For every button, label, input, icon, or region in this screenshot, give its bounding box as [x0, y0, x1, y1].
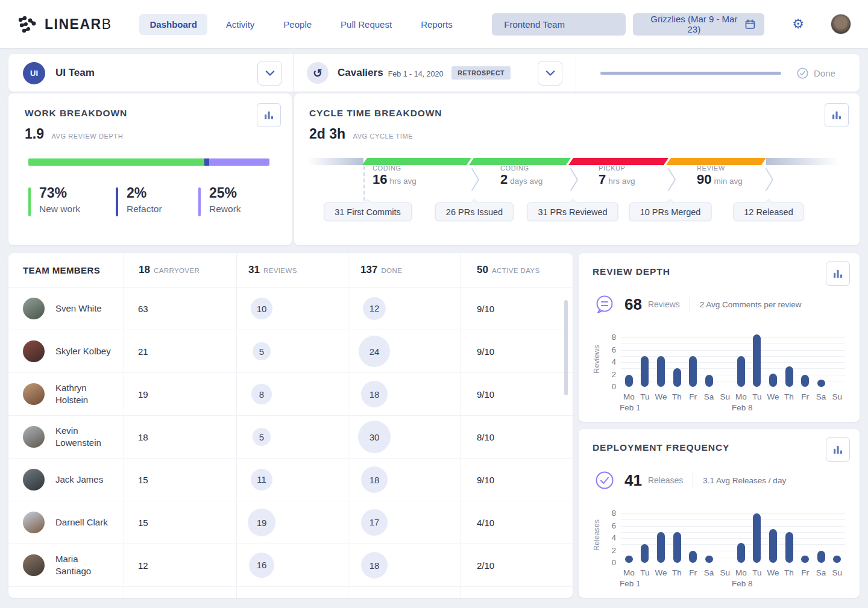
work-breakdown-chart-button[interactable]	[257, 103, 281, 127]
reviews-cell: 10	[251, 298, 272, 319]
carryover-cell: 18	[138, 416, 148, 458]
member-name: Kevin Lowenstein	[55, 425, 116, 450]
team-member-row[interactable]: Skyler Kolbey215249/10	[8, 330, 573, 373]
reviews-total: 31	[248, 264, 260, 275]
chart-bar	[801, 375, 809, 387]
work-legend-item: 25%Rework	[198, 185, 241, 216]
milestone-button[interactable]: 31 PRs Reviewed	[527, 202, 618, 221]
legend-percent: 73%	[39, 185, 80, 201]
gridline	[621, 356, 845, 357]
milestone-button[interactable]: 31 First Commits	[324, 202, 412, 221]
chart-bar	[833, 556, 841, 563]
member-avatar	[23, 554, 45, 576]
team-member-row[interactable]: Maria Santiago1216182/10	[8, 544, 573, 587]
chart-bar	[657, 532, 665, 563]
done-total: 137	[360, 264, 377, 275]
milestone-button[interactable]: 10 PRs Merged	[629, 202, 712, 221]
review-depth-chart-button[interactable]	[826, 262, 850, 286]
phase-label: CODING	[373, 165, 417, 172]
bar-chart-icon	[832, 445, 843, 454]
comment-bubble-icon	[594, 294, 615, 315]
x-tick-label: Fr	[797, 392, 813, 401]
settings-gear-icon[interactable]: ⚙	[792, 17, 804, 31]
team-member-row[interactable]: Kathryn Holstein198189/10	[8, 373, 573, 416]
logo[interactable]: LINEARB	[17, 14, 112, 34]
nav-tab-dashboard[interactable]: Dashboard	[139, 14, 207, 35]
carryover-header: CARRYOVER	[154, 267, 200, 274]
done-header: DONE	[381, 267, 402, 274]
team-member-row[interactable]: Jack James1511189/10	[8, 459, 573, 501]
gridline	[621, 362, 845, 363]
active-days-cell: 9/10	[477, 459, 494, 501]
team-expand-button[interactable]	[257, 61, 282, 86]
reviews-cell: 5	[253, 342, 271, 360]
carryover-cell: 15	[138, 501, 148, 544]
cycle-time-chart-button[interactable]	[825, 103, 849, 127]
y-tick-label: 4	[603, 533, 616, 542]
header-right: Frontend Team Grizzlies (Mar 9 - Mar 23)…	[492, 13, 851, 36]
y-tick-label: 4	[603, 357, 616, 366]
member-avatar	[23, 426, 45, 448]
sprint-expand-button[interactable]	[538, 61, 562, 86]
carryover-cell: 19	[138, 373, 148, 415]
chart-bar	[689, 356, 697, 387]
sprint-selector-dropdown[interactable]: Grizzlies (Mar 9 - Mar 23)	[633, 13, 764, 36]
carryover-cell: 21	[138, 330, 148, 372]
done-cell: 12	[363, 297, 386, 320]
phase-value: 90	[697, 172, 711, 187]
y-tick-label: 2	[603, 370, 616, 379]
chart-bar	[737, 356, 745, 387]
milestone-button[interactable]: 26 PRs Issued	[435, 202, 514, 221]
team-member-row[interactable]: Kevin Lowenstein185308/10	[8, 416, 573, 459]
deployment-frequency-bar-chart: Releases02468MoFeb 1TuWeThFrSaSuMoFeb 8T…	[592, 504, 849, 593]
active-days-header: ACTIVE DAYS	[492, 267, 540, 274]
team-member-row[interactable]: Darnell Clark1519174/10	[8, 501, 573, 544]
table-header-row: TEAM MEMBERS 18CARRYOVER 31REVIEWS 137DO…	[8, 253, 573, 287]
nav-tab-pull-request[interactable]: Pull Request	[330, 14, 402, 35]
active-days-cell: 8/10	[477, 416, 494, 458]
bar-chart-icon	[263, 110, 274, 120]
y-tick-label: 6	[603, 345, 616, 354]
legend-label: Rework	[209, 204, 241, 215]
y-tick-label: 0	[603, 382, 616, 391]
user-avatar[interactable]	[831, 14, 851, 34]
nav-tab-reports[interactable]: Reports	[410, 14, 463, 35]
work-breakdown-card: WORK BREAKDOWN 1.9 AVG REVIEW DEPTH 73%N…	[8, 93, 292, 245]
gridline	[621, 544, 845, 545]
team-member-row[interactable]: Sven White6310129/10	[8, 287, 573, 330]
context-bar: UI UI Team ↺ Cavaliers Feb 1 - 14, 2020 …	[8, 54, 860, 92]
member-avatar	[23, 298, 45, 319]
cycle-phase: CODING2days avg	[500, 165, 542, 187]
member-name: Darnell Clark	[55, 516, 108, 528]
check-circle-icon	[797, 67, 808, 79]
nav-tab-activity[interactable]: Activity	[216, 14, 265, 35]
gridline	[621, 368, 845, 369]
milestone-button[interactable]: 12 Released	[733, 202, 804, 221]
chart-bar	[753, 513, 761, 563]
y-tick-label: 8	[603, 333, 616, 342]
cycle-phase: REVIEW90min avg	[697, 165, 743, 187]
reviews-cell: 16	[249, 553, 274, 578]
phase-label: PICKUP	[599, 165, 635, 172]
team-selector-dropdown[interactable]: Frontend Team	[492, 13, 626, 36]
nav-tab-people[interactable]: People	[273, 14, 322, 35]
legend-color-bar	[28, 187, 31, 216]
member-avatar	[23, 512, 45, 533]
avg-cycle-time-value: 2d 3h	[309, 126, 345, 142]
retrospect-badge: RETROSPECT	[451, 66, 511, 80]
gridline	[621, 551, 845, 551]
team-name: UI Team	[55, 67, 95, 79]
phase-label: CODING	[500, 165, 542, 172]
table-scrollbar-thumb[interactable]	[564, 300, 568, 395]
team-context-section: UI UI Team	[8, 54, 293, 92]
chart-bar	[673, 368, 681, 387]
chart-bar	[785, 366, 793, 387]
x-tick-label: Th	[669, 568, 685, 577]
carryover-cell: 15	[138, 459, 148, 501]
chart-bar	[737, 543, 745, 563]
work-breakdown-stacked-bar	[28, 158, 269, 166]
phase-chevron-separator	[765, 167, 775, 195]
cycle-time-title: CYCLE TIME BREAKDOWN	[309, 108, 442, 119]
review-depth-bar-chart: Reviews02468MoFeb 1TuWeThFrSaSuMoFeb 8Tu…	[592, 328, 849, 417]
deployment-frequency-chart-button[interactable]	[826, 437, 850, 462]
